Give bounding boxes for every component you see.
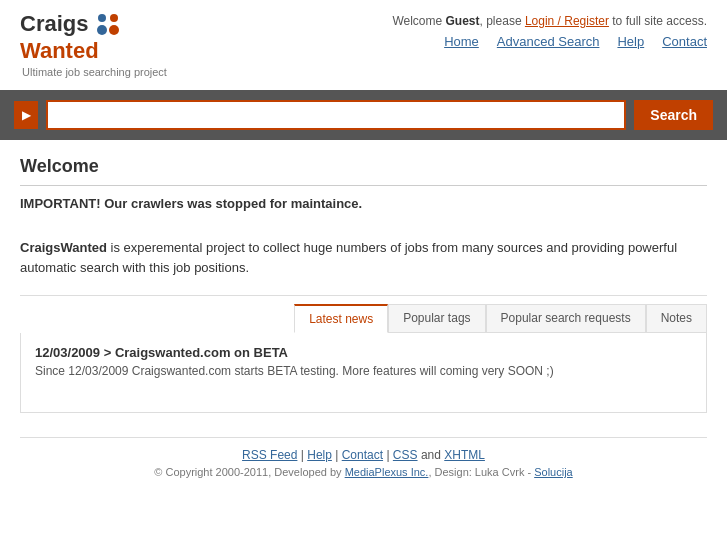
footer-solucija-link[interactable]: Solucija: [534, 466, 573, 478]
tab-latest-news[interactable]: Latest news: [294, 304, 388, 333]
nav-links: Home Advanced Search Help Contact: [392, 34, 707, 49]
people-icon: [94, 10, 122, 38]
footer-dev-link[interactable]: MediaPlexus Inc.: [345, 466, 429, 478]
search-bar: ▶ Search: [0, 90, 727, 140]
footer-css-link[interactable]: CSS: [393, 448, 418, 462]
footer-copyright: © Copyright 2000-2011, Developed by Medi…: [40, 466, 687, 478]
tab-notes[interactable]: Notes: [646, 304, 707, 333]
header: Craigs Wanted Ultimate job searching pro…: [0, 0, 727, 78]
news-item-desc: Since 12/03/2009 Craigswanted.com starts…: [35, 364, 692, 378]
description: CraigsWanted is experemental project to …: [20, 238, 707, 277]
svg-point-3: [109, 25, 119, 35]
svg-point-0: [98, 14, 106, 22]
search-input[interactable]: [46, 100, 626, 130]
logo-craigs: Craigs: [20, 11, 88, 37]
footer-design: , Design: Luka Cvrk -: [428, 466, 534, 478]
header-right: Welcome Guest, please Login / Register t…: [392, 10, 707, 49]
svg-point-1: [97, 25, 107, 35]
copyright-text: © Copyright 2000-2011, Developed by: [154, 466, 344, 478]
logo-tagline: Ultimate job searching project: [22, 66, 167, 78]
logo-wanted: Wanted: [20, 38, 167, 64]
nav-help[interactable]: Help: [617, 34, 644, 49]
footer-help-link[interactable]: Help: [307, 448, 332, 462]
tabs-area: Latest news Popular tags Popular search …: [20, 295, 707, 413]
login-register-link[interactable]: Login / Register: [525, 14, 609, 28]
main-content: Welcome IMPORTANT! Our crawlers was stop…: [0, 140, 727, 504]
nav-home[interactable]: Home: [444, 34, 479, 49]
description-bold: CraigsWanted: [20, 240, 107, 255]
nav-contact[interactable]: Contact: [662, 34, 707, 49]
footer-contact-link[interactable]: Contact: [342, 448, 383, 462]
tab-popular-tags[interactable]: Popular tags: [388, 304, 485, 333]
footer-and: and: [421, 448, 444, 462]
logo-area: Craigs Wanted Ultimate job searching pro…: [20, 10, 167, 78]
tab-popular-search-requests[interactable]: Popular search requests: [486, 304, 646, 333]
important-notice: IMPORTANT! Our crawlers was stopped for …: [20, 196, 707, 211]
svg-point-2: [110, 14, 118, 22]
welcome-heading: Welcome: [20, 156, 707, 186]
header-top: Craigs Wanted Ultimate job searching pro…: [20, 10, 707, 78]
footer-links: RSS Feed | Help | Contact | CSS and XHTM…: [40, 448, 687, 462]
search-button[interactable]: Search: [634, 100, 713, 130]
welcome-separator: , please: [480, 14, 525, 28]
news-item-title: 12/03/2009 > Craigswanted.com on BETA: [35, 345, 692, 360]
footer-xhtml-link[interactable]: XHTML: [444, 448, 485, 462]
footer: RSS Feed | Help | Contact | CSS and XHTM…: [20, 437, 707, 488]
footer-rss-link[interactable]: RSS Feed: [242, 448, 297, 462]
welcome-user: Guest: [446, 14, 480, 28]
nav-advanced-search[interactable]: Advanced Search: [497, 34, 600, 49]
welcome-prefix: Welcome: [392, 14, 445, 28]
tabs-row: Latest news Popular tags Popular search …: [20, 304, 707, 333]
logo-line: Craigs: [20, 10, 167, 38]
news-content: 12/03/2009 > Craigswanted.com on BETA Si…: [20, 333, 707, 413]
search-arrow-button[interactable]: ▶: [14, 101, 38, 129]
description-rest: is experemental project to collect huge …: [20, 240, 677, 275]
welcome-after: to full site access.: [609, 14, 707, 28]
welcome-text: Welcome Guest, please Login / Register t…: [392, 14, 707, 28]
